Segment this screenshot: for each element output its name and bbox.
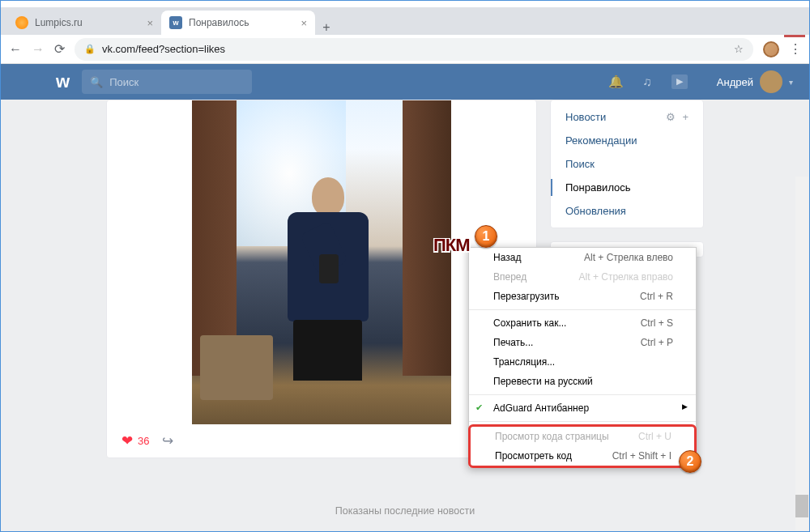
tab-title: Понравилось (189, 17, 249, 28)
header-icons: 🔔 ♫ ▶ (608, 74, 688, 89)
ctx-translate[interactable]: Перевести на русский (469, 372, 696, 391)
extension-icon[interactable] (763, 41, 779, 57)
video-icon[interactable]: ▶ (671, 74, 688, 89)
image-region (192, 100, 237, 376)
sidebar-item-label: Новости (565, 111, 606, 123)
ctx-label: Перевести на русский (493, 376, 593, 387)
user-menu[interactable]: Андрей ▾ (717, 70, 793, 93)
browser-toolbar: ← → ⟳ 🔒 vk.com/feed?section=likes ☆ ⋮ (1, 35, 809, 64)
ctx-adguard[interactable]: ✔AdGuard Антибаннер▶ (469, 398, 696, 418)
check-icon: ✔ (475, 402, 483, 413)
favicon-icon: w (169, 16, 182, 29)
plus-icon[interactable]: + (682, 111, 688, 123)
image-region (200, 335, 273, 400)
submenu-arrow-icon: ▶ (682, 402, 688, 411)
context-menu: НазадAlt + Стрелка влево ВпередAlt + Стр… (468, 247, 697, 468)
ctx-shortcut: Alt + Стрелка вправо (579, 271, 673, 283)
chevron-down-icon: ▾ (789, 78, 793, 87)
back-button[interactable]: ← (9, 42, 22, 57)
search-input[interactable]: 🔍 Поиск (82, 70, 252, 94)
search-icon: 🔍 (90, 76, 103, 88)
ctx-label: Назад (493, 252, 521, 263)
vk-logo[interactable]: w (56, 71, 69, 92)
feed-footer-text: Показаны последние новости (1, 505, 809, 517)
music-icon[interactable]: ♫ (643, 74, 652, 89)
ctx-forward[interactable]: ВпередAlt + Стрелка вправо (469, 267, 696, 287)
search-placeholder: Поиск (109, 76, 139, 88)
ctx-label: Просмотреть код (495, 450, 572, 462)
ctx-viewsource[interactable]: Просмотр кода страницыCtrl + U (471, 427, 694, 446)
favicon-icon (15, 16, 28, 29)
heart-icon: ❤ (122, 432, 133, 449)
ctx-saveas[interactable]: Сохранить как...Ctrl + S (469, 313, 696, 333)
ctx-shortcut: Ctrl + P (641, 337, 673, 348)
user-name: Андрей (717, 76, 753, 88)
filter-icon[interactable]: ⚙ (666, 111, 676, 123)
tab-close-icon[interactable]: × (301, 17, 307, 29)
sidebar-item-label: Рекомендации (565, 134, 637, 147)
scrollbar[interactable] (795, 177, 808, 530)
tab-title: Lumpics.ru (35, 17, 83, 28)
sidebar-item-likes[interactable]: Понравилось (551, 176, 703, 199)
address-bar[interactable]: 🔒 vk.com/feed?section=likes ☆ (75, 38, 753, 61)
ctx-shortcut: Ctrl + S (641, 317, 673, 329)
lock-icon: 🔒 (84, 44, 96, 54)
ctx-cast[interactable]: Трансляция... (469, 352, 696, 372)
tab-close-icon[interactable]: × (147, 17, 153, 29)
ctx-back[interactable]: НазадAlt + Стрелка влево (469, 248, 696, 267)
ctx-shortcut: Ctrl + U (638, 431, 671, 442)
titlebar (1, 1, 809, 7)
notifications-icon[interactable]: 🔔 (608, 74, 624, 89)
ctx-label: AdGuard Антибаннер (493, 402, 589, 414)
ctx-label: Сохранить как... (493, 317, 566, 329)
annotation-badge-1: 1 (475, 225, 497, 248)
ctx-reload[interactable]: ПерезагрузитьCtrl + R (469, 287, 696, 306)
sidebar-item-recs[interactable]: Рекомендации (551, 129, 703, 152)
ctx-separator (469, 394, 696, 395)
ctx-separator (469, 309, 696, 310)
ctx-inspect[interactable]: Просмотреть кодCtrl + Shift + I (471, 446, 694, 466)
image-region (285, 177, 370, 376)
ctx-label: Трансляция... (493, 356, 555, 368)
forward-button[interactable]: → (32, 42, 45, 57)
annotation-badge-2: 2 (679, 450, 701, 473)
ctx-shortcut: Ctrl + R (640, 291, 673, 302)
sidebar-item-news[interactable]: Новости ⚙ + (551, 105, 703, 129)
tab-lumpics[interactable]: Lumpics.ru × (7, 11, 161, 35)
annotation-pkm: ПКМ (433, 235, 470, 256)
post-image[interactable] (192, 100, 451, 424)
url-text: vk.com/feed?section=likes (102, 43, 225, 55)
sidebar-item-label: Понравилось (565, 181, 631, 194)
ctx-separator (469, 421, 696, 422)
ctx-label: Просмотр кода страницы (495, 431, 609, 442)
share-button[interactable]: ↪ (162, 432, 173, 449)
sidebar-item-search[interactable]: Поиск (551, 152, 703, 176)
reload-button[interactable]: ⟳ (54, 41, 65, 57)
new-tab-button[interactable]: + (315, 20, 338, 35)
ctx-label: Печать... (493, 337, 533, 348)
ctx-label: Перезагрузить (493, 291, 559, 302)
like-count: 36 (138, 435, 149, 447)
sidebar-item-label: Поиск (565, 158, 595, 170)
tab-vk-likes[interactable]: w Понравилось × (161, 11, 315, 35)
ctx-print[interactable]: Печать...Ctrl + P (469, 333, 696, 352)
bookmark-star-icon[interactable]: ☆ (734, 43, 744, 55)
avatar (760, 70, 782, 93)
tab-strip: Lumpics.ru × w Понравилось × + (1, 7, 809, 35)
sidebar-nav-card: Новости ⚙ + Рекомендации Поиск Понравило… (550, 100, 704, 228)
ctx-shortcut: Ctrl + Shift + I (612, 450, 671, 462)
browser-menu-icon[interactable]: ⋮ (789, 41, 801, 57)
ctx-label: Вперед (493, 271, 526, 283)
sidebar-item-updates[interactable]: Обновления (551, 199, 703, 223)
sidebar-item-label: Обновления (565, 205, 626, 217)
like-button[interactable]: ❤ 36 (122, 432, 149, 449)
ctx-shortcut: Alt + Стрелка влево (584, 252, 673, 263)
scrollbar-thumb[interactable] (795, 495, 808, 517)
highlight-box: Просмотр кода страницыCtrl + U Просмотре… (468, 424, 697, 468)
vk-header: w 🔍 Поиск 🔔 ♫ ▶ Андрей ▾ (1, 64, 809, 100)
